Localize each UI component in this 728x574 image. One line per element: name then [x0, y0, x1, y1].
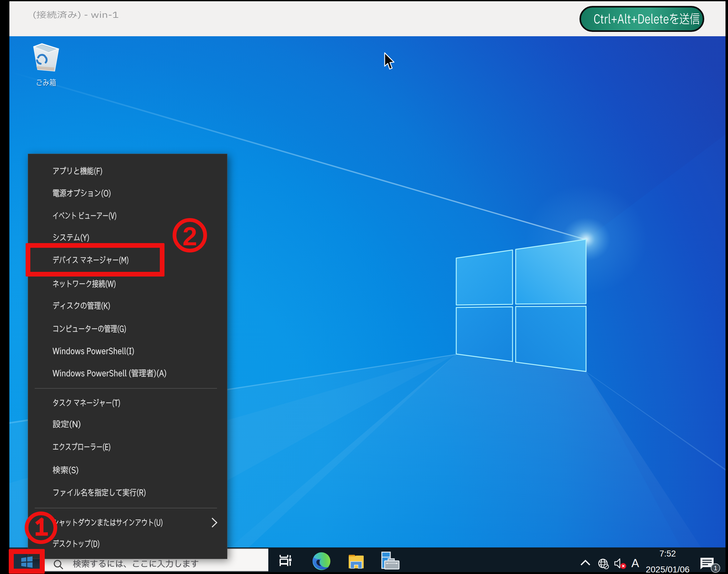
svg-text:1: 1	[714, 565, 717, 572]
